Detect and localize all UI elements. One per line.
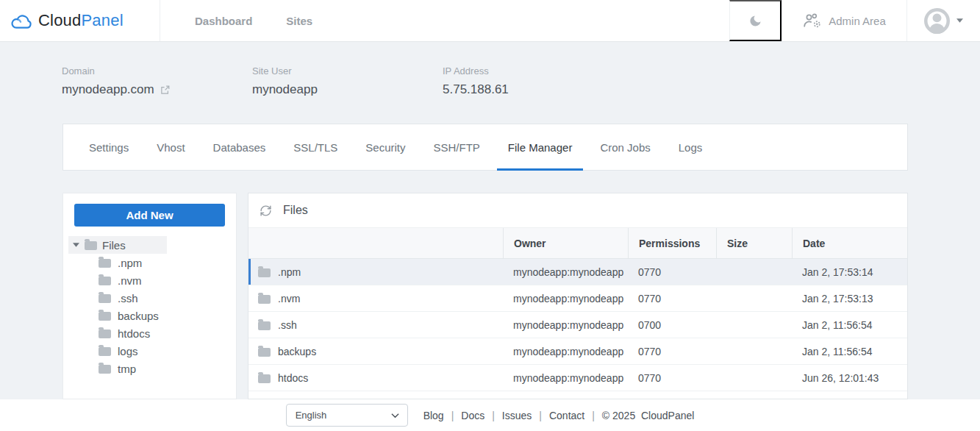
ip-address-label: IP Address	[443, 65, 633, 76]
tree-item-label: htdocs	[118, 327, 150, 340]
folder-icon	[99, 277, 111, 285]
tree-item-label: .nvm	[118, 274, 142, 287]
footer: English Blog | Docs | Issues | Contact |…	[0, 399, 980, 431]
file-name: backups	[278, 346, 316, 357]
site-user-value: mynodeapp	[252, 82, 443, 97]
column-header-size: Size	[716, 228, 792, 258]
refresh-button[interactable]	[260, 204, 272, 217]
files-panel-title: Files	[283, 204, 308, 217]
tree-item-label: .ssh	[118, 292, 138, 304]
add-new-button[interactable]: Add New	[74, 204, 225, 227]
ip-address-field: IP Address 5.75.188.61	[443, 65, 633, 97]
users-gear-icon	[803, 13, 822, 29]
admin-area-link[interactable]: Admin Area	[782, 0, 906, 41]
table-row[interactable]: backups mynodeapp:mynodeapp 0770 Jan 2, …	[248, 338, 907, 365]
dark-mode-toggle[interactable]	[729, 0, 782, 41]
tab-vhost[interactable]: Vhost	[157, 124, 185, 170]
table-row[interactable]: htdocs mynodeapp:mynodeapp 0770 Jun 26, …	[248, 365, 907, 391]
domain-value: mynodeapp.com	[62, 82, 154, 97]
files-panel: Files Owner Permissions Size Date .npm m…	[248, 193, 908, 399]
column-header-name	[248, 228, 503, 258]
table-row-partial[interactable]	[248, 391, 907, 399]
tree-item-tmp[interactable]: tmp	[99, 360, 225, 377]
top-navbar: CloudPanel Dashboard Sites	[0, 0, 980, 42]
file-date: Jun 26, 12:01:43	[792, 372, 907, 384]
caret-down-icon[interactable]	[73, 243, 79, 247]
tree-item-npm[interactable]: .npm	[99, 254, 225, 271]
main-nav: Dashboard Sites	[195, 0, 312, 41]
table-row[interactable]: .ssh mynodeapp:mynodeapp 0700 Jan 2, 11:…	[248, 312, 907, 338]
file-permissions: 0770	[628, 346, 716, 357]
language-select-wrap: English	[286, 404, 408, 427]
tab-settings[interactable]: Settings	[89, 124, 129, 170]
folder-icon	[258, 348, 271, 357]
separator: |	[451, 410, 454, 421]
file-date: Jan 2, 17:53:14	[792, 266, 907, 278]
separator: |	[492, 410, 495, 421]
moon-icon	[748, 14, 762, 28]
nav-dashboard[interactable]: Dashboard	[195, 15, 252, 27]
tree-item-logs[interactable]: logs	[99, 342, 225, 360]
folder-icon	[258, 295, 271, 304]
tab-ssh-ftp[interactable]: SSH/FTP	[434, 124, 480, 170]
tab-security[interactable]: Security	[365, 124, 405, 170]
file-name: .ssh	[278, 319, 297, 331]
footer-link-issues[interactable]: Issues	[502, 410, 532, 421]
tree-item-label: tmp	[118, 363, 136, 375]
tab-file-manager[interactable]: File Manager	[508, 124, 573, 170]
footer-links: Blog | Docs | Issues | Contact | © 2025 …	[423, 410, 695, 421]
tree-item-label: backups	[118, 310, 159, 322]
folder-icon	[99, 347, 111, 356]
tabs-bar: Settings Vhost Databases SSL/TLS Securit…	[62, 124, 908, 171]
tree-item-htdocs[interactable]: htdocs	[99, 324, 225, 342]
tree-item-ssh[interactable]: .ssh	[99, 289, 225, 307]
site-user-label: Site User	[252, 65, 443, 76]
file-permissions: 0700	[628, 319, 716, 331]
avatar-icon	[924, 8, 950, 34]
user-menu[interactable]	[906, 0, 980, 41]
file-owner: mynodeapp:mynodeapp	[503, 266, 628, 278]
navbar-right: Admin Area	[729, 0, 980, 41]
file-owner: mynodeapp:mynodeapp	[503, 372, 628, 384]
separator: |	[539, 410, 542, 421]
tree-item-files[interactable]: Files	[68, 236, 167, 254]
tree-item-nvm[interactable]: .nvm	[99, 271, 225, 289]
domain-field: Domain mynodeapp.com	[62, 65, 252, 97]
language-select[interactable]: English	[286, 404, 408, 427]
folder-icon	[99, 330, 111, 338]
table-header: Owner Permissions Size Date	[248, 228, 907, 259]
folder-icon	[258, 321, 271, 330]
external-link-icon[interactable]	[160, 85, 170, 95]
logo[interactable]: CloudPanel	[0, 0, 160, 41]
nav-sites[interactable]: Sites	[286, 15, 312, 27]
admin-area-label: Admin Area	[829, 15, 886, 27]
file-date: Jan 2, 11:56:54	[792, 346, 907, 357]
footer-link-blog[interactable]: Blog	[423, 410, 444, 421]
file-owner: mynodeapp:mynodeapp	[503, 319, 628, 331]
footer-link-contact[interactable]: Contact	[549, 410, 584, 421]
file-tree: Files .npm .nvm .ssh backups	[68, 236, 225, 377]
file-date: Jan 2, 17:53:13	[792, 293, 907, 304]
footer-link-docs[interactable]: Docs	[461, 410, 484, 421]
ip-address-value: 5.75.188.61	[443, 82, 633, 97]
separator: |	[592, 410, 595, 421]
folder-icon	[258, 374, 271, 383]
tab-logs[interactable]: Logs	[679, 124, 703, 170]
folder-icon	[99, 365, 111, 374]
tab-cron-jobs[interactable]: Cron Jobs	[600, 124, 650, 170]
tab-ssl-tls[interactable]: SSL/TLS	[293, 124, 337, 170]
file-name: htdocs	[278, 372, 308, 384]
column-header-owner: Owner	[503, 228, 628, 258]
column-header-date: Date	[792, 228, 907, 258]
site-info-bar: Domain mynodeapp.com Site User mynodeapp…	[0, 42, 980, 97]
domain-label: Domain	[62, 65, 252, 76]
table-row[interactable]: .npm mynodeapp:mynodeapp 0770 Jan 2, 17:…	[248, 259, 907, 285]
tree-item-backups[interactable]: backups	[99, 307, 225, 324]
column-header-permissions: Permissions	[628, 228, 716, 258]
site-user-field: Site User mynodeapp	[252, 65, 443, 97]
file-owner: mynodeapp:mynodeapp	[503, 346, 628, 357]
folder-icon	[258, 268, 271, 277]
tab-databases[interactable]: Databases	[213, 124, 266, 170]
caret-down-icon	[956, 18, 963, 23]
table-row[interactable]: .nvm mynodeapp:mynodeapp 0770 Jan 2, 17:…	[248, 285, 907, 312]
